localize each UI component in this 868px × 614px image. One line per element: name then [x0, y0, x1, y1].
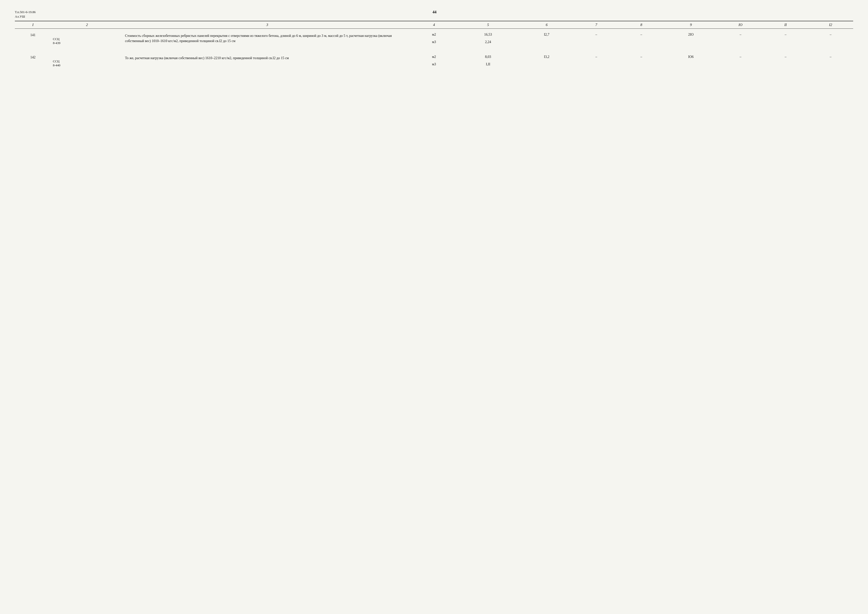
val9-141-1: 2IO — [664, 29, 718, 39]
val7-141-2 — [574, 39, 618, 46]
col-header-1: I — [15, 21, 51, 29]
unit-142-2: м3 — [411, 61, 456, 68]
row-code-141: ССЦ 8-439 — [51, 29, 123, 46]
val9-142-1: IO6 — [664, 51, 718, 61]
val5-142-2: I,II — [457, 61, 520, 68]
table-row: 141 ССЦ 8-439 Стоимость сборных железобе… — [15, 29, 853, 39]
col-header-12: I2 — [808, 21, 853, 29]
val9-142-2 — [664, 61, 718, 68]
val7-142-1: – — [574, 51, 618, 61]
val12-142-2 — [808, 61, 853, 68]
val7-142-2 — [574, 61, 618, 68]
val6-141-1: I2,7 — [520, 29, 574, 39]
col-header-2: 2 — [51, 21, 123, 29]
val10-142-2 — [718, 61, 763, 68]
val6-142-2 — [520, 61, 574, 68]
row-id-141: 141 — [15, 29, 51, 46]
main-table: I 2 3 4 5 6 7 8 9 IO II I2 141 ССЦ 8-439… — [15, 21, 853, 68]
val11-142-1: – — [763, 51, 808, 61]
doc-ref-line1: Т.п.501-6-19.86 — [15, 10, 36, 14]
col-header-3: 3 — [123, 21, 411, 29]
val5-141-1: 16,53 — [457, 29, 520, 39]
val5-142-1: 8,03 — [457, 51, 520, 61]
row-desc-142: То же, расчетная нагрузка (включая собст… — [123, 51, 411, 68]
table-row: 142 ССЦ 8-440 То же, расчетная нагрузка … — [15, 51, 853, 61]
val12-141-2 — [808, 39, 853, 46]
val10-142-1: – — [718, 51, 763, 61]
spacer-row — [15, 46, 853, 51]
row-id-142: 142 — [15, 51, 51, 68]
val12-141-1: – — [808, 29, 853, 39]
val8-142-2 — [618, 61, 664, 68]
unit-141-1: м2 — [411, 29, 456, 39]
unit-142-1: м2 — [411, 51, 456, 61]
col-header-4: 4 — [411, 21, 456, 29]
doc-ref-line2: Ал.УШ — [15, 14, 36, 19]
val6-142-1: I3,2 — [520, 51, 574, 61]
val10-141-1: – — [718, 29, 763, 39]
table-header-row: I 2 3 4 5 6 7 8 9 IO II I2 — [15, 21, 853, 29]
col-header-6: 6 — [520, 21, 574, 29]
val12-142-1: – — [808, 51, 853, 61]
header: Т.п.501-6-19.86 Ал.УШ 44 — [15, 10, 853, 19]
col-header-10: IO — [718, 21, 763, 29]
col-header-11: II — [763, 21, 808, 29]
col-header-5: 5 — [457, 21, 520, 29]
val8-141-1: – — [618, 29, 664, 39]
doc-reference: Т.п.501-6-19.86 Ал.УШ — [15, 10, 36, 19]
row-code-142: ССЦ 8-440 — [51, 51, 123, 68]
val10-141-2 — [718, 39, 763, 46]
col-header-9: 9 — [664, 21, 718, 29]
val8-142-1: – — [618, 51, 664, 61]
val9-141-2 — [664, 39, 718, 46]
val5-141-2: 2,24 — [457, 39, 520, 46]
page-number: 44 — [36, 10, 853, 14]
col-header-8: 8 — [618, 21, 664, 29]
row-desc-141: Стоимость сборных железобетонных ребрист… — [123, 29, 411, 46]
val8-141-2 — [618, 39, 664, 46]
val6-141-2 — [520, 39, 574, 46]
val11-142-2 — [763, 61, 808, 68]
val7-141-1: – — [574, 29, 618, 39]
val11-141-2 — [763, 39, 808, 46]
col-header-7: 7 — [574, 21, 618, 29]
unit-141-2: м3 — [411, 39, 456, 46]
val11-141-1: – — [763, 29, 808, 39]
